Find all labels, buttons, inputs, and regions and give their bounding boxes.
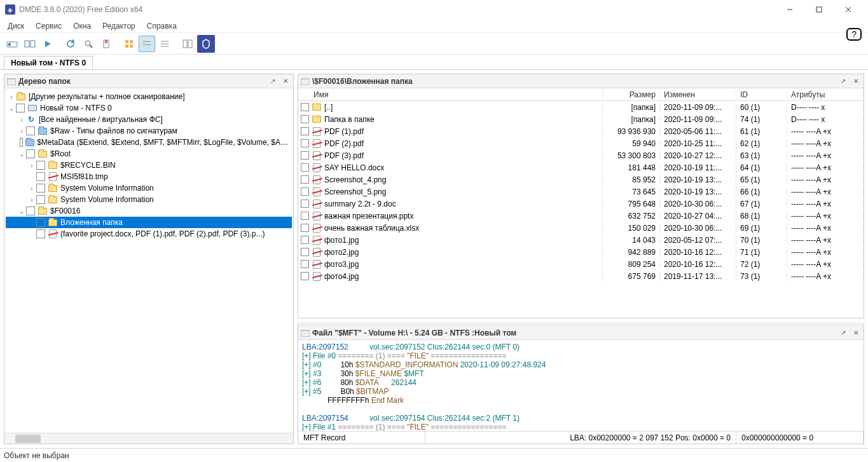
tree-row[interactable]: ›$RECYCLE.BIN	[6, 160, 292, 171]
hex-status-mid: LBA: 0x00200000 = 2 097 152 Pos: 0x0000 …	[425, 431, 736, 444]
table-row[interactable]: фото1.jpg14 0432020-05-12 07:...70 (1)--…	[298, 234, 864, 246]
col-name[interactable]: Имя	[298, 90, 603, 99]
tree-toggle-icon[interactable]: ›	[7, 93, 16, 100]
help-button[interactable]: ?	[846, 28, 862, 41]
row-checkbox[interactable]	[301, 187, 309, 196]
table-row[interactable]: фото4.jpg675 7692019-11-17 13:...73 (1)-…	[298, 270, 864, 282]
tree-checkbox[interactable]	[20, 138, 23, 147]
row-checkbox[interactable]	[301, 139, 309, 147]
row-checkbox[interactable]	[301, 103, 309, 111]
open-image-button[interactable]	[22, 36, 38, 52]
recover-button[interactable]	[197, 35, 215, 53]
tree-checkbox[interactable]	[36, 172, 45, 181]
menu-windows[interactable]: Окна	[68, 20, 96, 32]
refresh-icon: ↻	[26, 115, 36, 124]
row-checkbox[interactable]	[301, 127, 309, 135]
panel-maximize-icon[interactable]: ↗	[268, 76, 278, 86]
row-checkbox[interactable]	[301, 236, 309, 244]
tree-row[interactable]: ›[Другие результаты + полное сканировани…	[6, 91, 292, 102]
col-attr[interactable]: Атрибуты	[787, 90, 864, 99]
row-checkbox[interactable]	[301, 115, 309, 123]
row-checkbox[interactable]	[301, 175, 309, 184]
tree-checkbox[interactable]	[16, 104, 25, 112]
tree-row[interactable]: ⌄$F00016	[6, 205, 292, 217]
row-checkbox[interactable]	[301, 212, 309, 220]
row-checkbox[interactable]	[301, 200, 309, 208]
tree-checkbox[interactable]	[26, 207, 35, 215]
tree-checkbox[interactable]	[36, 195, 45, 204]
tree-toggle-icon[interactable]: ⌄	[17, 208, 26, 215]
tree-row[interactable]: Вложенная папка	[6, 217, 292, 228]
tree-toggle-icon[interactable]: ›	[27, 162, 36, 169]
tree-toggle-icon[interactable]: ⌄	[7, 105, 16, 112]
table-row[interactable]: PDF (3).pdf53 300 8032020-10-27 12:...63…	[298, 149, 864, 161]
view-details-button[interactable]	[156, 36, 173, 52]
open-device-button[interactable]	[4, 36, 20, 52]
menu-editor[interactable]: Редактор	[97, 20, 141, 32]
tree-hscrollbar[interactable]	[4, 433, 293, 444]
table-row[interactable]: фото2.jpg942 8892020-10-16 12:...71 (1)-…	[298, 246, 864, 258]
hex-panel: Файл "$MFT" - Volume H:\ - 5.24 GB - NTF…	[298, 322, 864, 444]
tree-checkbox[interactable]	[36, 218, 45, 227]
tree-toggle-icon[interactable]: ›	[17, 116, 26, 123]
panel-close-icon[interactable]: ✕	[280, 76, 291, 86]
panels-button[interactable]	[179, 36, 196, 52]
tree-row[interactable]: ›System Volume Information	[6, 182, 292, 194]
col-date[interactable]: Изменен	[660, 90, 736, 99]
bookmark-button[interactable]	[98, 36, 114, 52]
volume-tab[interactable]: Новый том - NTFS 0	[4, 56, 93, 69]
row-checkbox[interactable]	[301, 248, 309, 256]
row-checkbox[interactable]	[301, 272, 309, 280]
row-checkbox[interactable]	[301, 224, 309, 232]
close-button[interactable]	[834, 0, 863, 19]
panel-maximize-icon[interactable]: ↗	[838, 328, 848, 338]
tree-toggle-icon[interactable]: ›	[27, 185, 36, 192]
search-button[interactable]	[80, 36, 97, 52]
refresh-button[interactable]	[62, 36, 79, 52]
panel-maximize-icon[interactable]: ↗	[838, 76, 848, 86]
tree-row[interactable]: ⌄$Root	[6, 148, 292, 160]
tree-checkbox[interactable]	[26, 126, 35, 135]
tree-checkbox[interactable]	[36, 161, 45, 170]
table-row[interactable]: SAY HELLO.docx181 4482020-10-19 11:...64…	[298, 161, 864, 173]
panel-close-icon[interactable]: ✕	[851, 76, 861, 86]
table-row[interactable]: Screenshot_4.png85 9522020-10-19 13:...6…	[298, 173, 864, 186]
table-row[interactable]: [..][папка]2020-11-09 09:...60 (1)D---- …	[298, 101, 864, 113]
tree-row[interactable]: ⌄Новый том - NTFS 0	[6, 102, 292, 114]
table-row[interactable]: Папка в папке[папка]2020-11-09 09:...74 …	[298, 113, 864, 125]
tree-row[interactable]: ›System Volume Information	[6, 194, 292, 205]
table-row[interactable]: фото3.jpg809 2542020-10-16 12:...72 (1)-…	[298, 258, 864, 270]
tree-toggle-icon[interactable]: ›	[27, 196, 36, 203]
minimize-button[interactable]	[775, 0, 804, 19]
row-checkbox[interactable]	[301, 260, 309, 268]
row-checkbox[interactable]	[301, 151, 309, 160]
table-row[interactable]: PDF (1).pdf93 936 9302020-05-06 11:...61…	[298, 125, 864, 137]
table-row[interactable]: PDF (2).pdf59 9402020-10-25 11:...62 (1)…	[298, 137, 864, 149]
table-row[interactable]: важная презентация.pptx632 7522020-10-27…	[298, 210, 864, 222]
tree-row[interactable]: ›↻[Все найденные / виртуальная ФС]	[6, 114, 292, 125]
row-checkbox[interactable]	[301, 163, 309, 172]
tree-checkbox[interactable]	[36, 184, 45, 193]
tree-checkbox[interactable]	[26, 149, 35, 158]
tree-toggle-icon[interactable]: ›	[17, 128, 26, 135]
view-large-button[interactable]	[121, 36, 137, 52]
menu-service[interactable]: Сервис	[31, 20, 67, 32]
play-button[interactable]	[39, 36, 56, 52]
tree-row[interactable]: ›$Raw - Типы файлов по сигнатурам	[6, 125, 292, 137]
table-header[interactable]: Имя Размер Изменен ID Атрибуты	[298, 88, 864, 101]
table-row[interactable]: summary 2.2t - 9.doc795 6482020-10-30 06…	[298, 198, 864, 210]
tree-row[interactable]: $MetaData ($Extend, $Extend, $MFT, $MFTM…	[6, 137, 292, 148]
table-row[interactable]: очень важная таблица.xlsx150 0292020-10-…	[298, 222, 864, 234]
view-list-button[interactable]	[139, 36, 155, 52]
menu-help[interactable]: Справка	[142, 20, 182, 32]
col-id[interactable]: ID	[736, 90, 787, 99]
tree-row[interactable]: MSI5f81b.tmp	[6, 171, 292, 182]
tree-checkbox[interactable]	[36, 229, 45, 238]
tree-toggle-icon[interactable]: ⌄	[17, 151, 26, 158]
panel-close-icon[interactable]: ✕	[851, 328, 861, 338]
tree-row[interactable]: (favorite project.docx, PDF (1).pdf, PDF…	[6, 228, 292, 240]
menu-disk[interactable]: Диск	[3, 20, 29, 32]
table-row[interactable]: Screenshot_5.png73 6452020-10-19 13:...6…	[298, 186, 864, 198]
maximize-button[interactable]	[804, 0, 834, 19]
col-size[interactable]: Размер	[603, 90, 660, 99]
